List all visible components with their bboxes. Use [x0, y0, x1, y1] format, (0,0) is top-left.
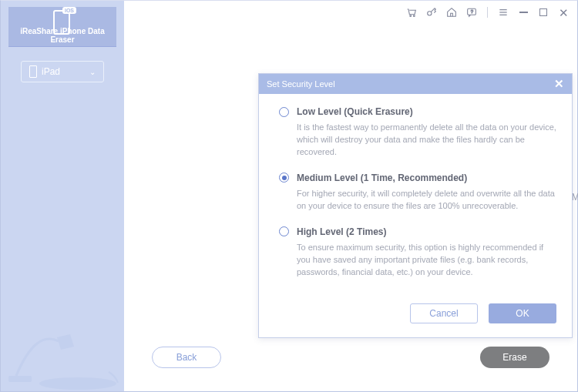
window-close-button[interactable]: ✕: [557, 6, 570, 18]
option-medium-level: Medium Level (1 Time, Recommended) For h…: [279, 173, 556, 213]
svg-point-3: [413, 15, 415, 17]
option-high-level: High Level (2 Times) To ensure maximum s…: [279, 226, 556, 279]
option-desc: It is the fastest way to permanently del…: [279, 122, 556, 159]
cart-icon[interactable]: [405, 6, 418, 18]
svg-rect-1: [8, 376, 32, 382]
ok-button[interactable]: OK: [489, 303, 556, 323]
decorative-lamp: [1, 299, 124, 391]
cancel-button[interactable]: Cancel: [410, 303, 478, 323]
key-icon[interactable]: [425, 6, 438, 18]
erase-button[interactable]: Erase: [480, 347, 549, 368]
modal-close-button[interactable]: ✕: [554, 77, 564, 91]
main-panel: ? ✕ ce. ng Music, Navigation, etc. Back …: [124, 1, 577, 391]
brand-title: iReaShare iPhone Data Eraser: [8, 27, 116, 44]
option-high-level-radio-row[interactable]: High Level (2 Times): [279, 226, 556, 237]
window-toolbar: ? ✕: [124, 1, 577, 24]
home-icon[interactable]: [445, 6, 458, 18]
modal-header: Set Security Level ✕: [259, 74, 572, 94]
svg-point-4: [428, 12, 432, 15]
svg-point-2: [410, 15, 412, 17]
option-title: Low Level (Quick Erasure): [297, 106, 413, 117]
option-desc: To ensure maximum security, this option …: [279, 242, 556, 279]
svg-text:?: ?: [471, 9, 474, 14]
bottom-bar: Back Erase: [124, 347, 577, 368]
back-button[interactable]: Back: [152, 347, 221, 368]
tablet-icon: [29, 65, 37, 78]
option-medium-level-radio-row[interactable]: Medium Level (1 Time, Recommended): [279, 173, 556, 183]
device-selector[interactable]: iPad ⌄: [21, 61, 104, 82]
brand-logo: iReaShare iPhone Data Eraser: [8, 7, 116, 47]
device-label: iPad: [42, 66, 60, 77]
maximize-button[interactable]: [537, 6, 549, 18]
minimize-button[interactable]: [517, 6, 529, 18]
modal-actions: Cancel OK: [259, 299, 572, 337]
menu-icon[interactable]: [497, 6, 509, 18]
option-desc: For higher security, it will completely …: [279, 188, 556, 213]
security-level-modal: Set Security Level ✕ Low Level (Quick Er…: [258, 73, 573, 338]
option-title: High Level (2 Times): [297, 226, 386, 237]
feedback-icon[interactable]: ?: [465, 6, 478, 18]
modal-title: Set Security Level: [267, 79, 335, 89]
radio-icon: [279, 173, 289, 183]
option-low-level-radio-row[interactable]: Low Level (Quick Erasure): [279, 106, 556, 117]
modal-body: Low Level (Quick Erasure) It is the fast…: [259, 94, 572, 299]
radio-icon: [279, 107, 289, 117]
svg-point-0: [39, 377, 116, 390]
sidebar: iReaShare iPhone Data Eraser iPad ⌄: [1, 1, 124, 391]
toolbar-divider: [487, 7, 488, 18]
radio-icon: [279, 226, 289, 236]
option-low-level: Low Level (Quick Erasure) It is the fast…: [279, 106, 556, 159]
chevron-down-icon: ⌄: [89, 68, 96, 76]
app-window: iReaShare iPhone Data Eraser iPad ⌄: [0, 0, 578, 392]
option-title: Medium Level (1 Time, Recommended): [297, 173, 467, 183]
